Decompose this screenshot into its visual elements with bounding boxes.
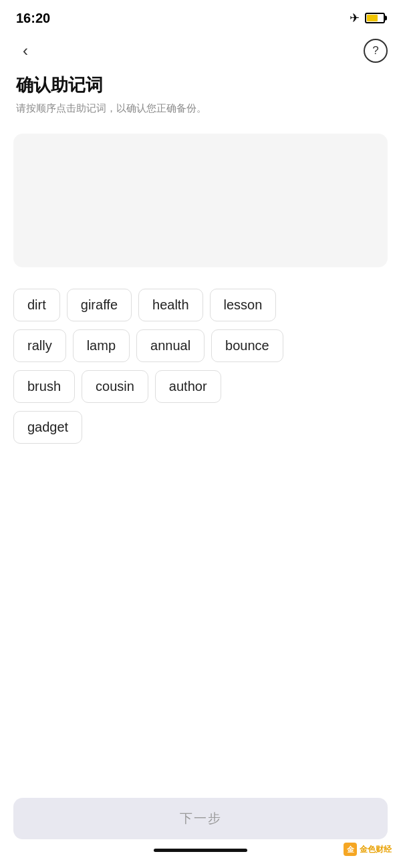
battery-icon <box>365 13 385 23</box>
words-row-1: dirt giraffe health lesson <box>13 289 388 321</box>
status-bar: 16:20 ✈ <box>0 0 401 33</box>
word-chip-cousin[interactable]: cousin <box>82 370 148 403</box>
words-row-4: gadget <box>13 411 388 444</box>
home-indicator <box>154 849 247 852</box>
words-row-2: rally lamp annual bounce <box>13 329 388 362</box>
word-chip-bounce[interactable]: bounce <box>211 329 283 362</box>
word-chip-lamp[interactable]: lamp <box>73 329 130 362</box>
word-chip-annual[interactable]: annual <box>136 329 205 362</box>
watermark: 金 金色财经 <box>344 843 392 856</box>
bottom-area: 下一步 <box>0 787 401 868</box>
words-section: dirt giraffe health lesson rally lamp an… <box>0 278 401 444</box>
word-chip-dirt[interactable]: dirt <box>13 289 60 321</box>
word-chip-lesson[interactable]: lesson <box>210 289 277 321</box>
watermark-icon: 金 <box>344 843 357 856</box>
battery-fill <box>367 15 378 21</box>
page-subtitle: 请按顺序点击助记词，以确认您正确备份。 <box>16 101 385 115</box>
word-chip-gadget[interactable]: gadget <box>13 411 82 444</box>
word-chip-rally[interactable]: rally <box>13 329 66 362</box>
header: 确认助记词 请按顺序点击助记词，以确认您正确备份。 <box>0 68 401 123</box>
word-chip-author[interactable]: author <box>155 370 221 403</box>
status-icons: ✈ <box>350 11 385 25</box>
next-button[interactable]: 下一步 <box>13 798 388 839</box>
watermark-text: 金色财经 <box>360 844 392 855</box>
nav-bar: ‹ ? <box>0 33 401 68</box>
help-button[interactable]: ? <box>364 39 388 63</box>
word-chip-giraffe[interactable]: giraffe <box>67 289 132 321</box>
words-row-3: brush cousin author <box>13 370 388 403</box>
page-title: 确认助记词 <box>16 74 385 97</box>
word-chip-health[interactable]: health <box>138 289 203 321</box>
word-chip-brush[interactable]: brush <box>13 370 75 403</box>
mnemonic-display-area <box>13 134 388 267</box>
status-time: 16:20 <box>16 11 50 26</box>
airplane-icon: ✈ <box>350 11 360 25</box>
back-button[interactable]: ‹ <box>13 39 37 63</box>
